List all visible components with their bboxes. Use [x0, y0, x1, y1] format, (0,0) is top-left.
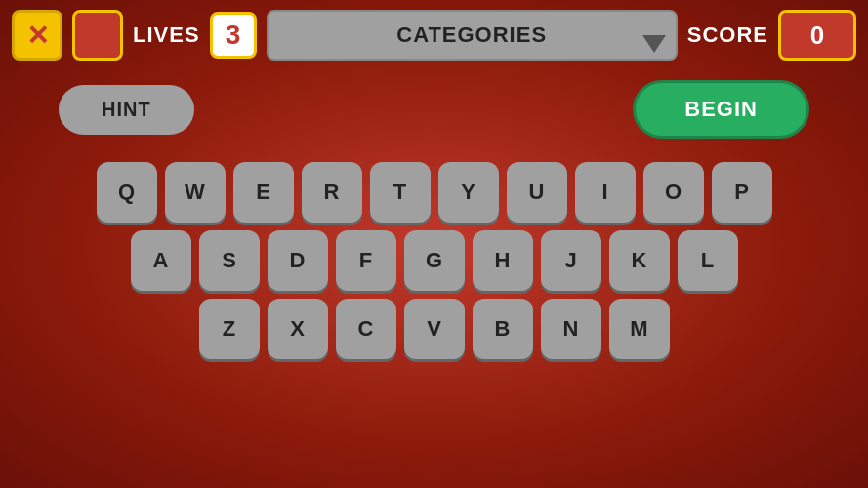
key-s[interactable]: S [199, 230, 260, 291]
key-r[interactable]: R [302, 162, 362, 223]
key-h[interactable]: H [473, 230, 533, 291]
key-j[interactable]: J [541, 230, 601, 291]
key-a[interactable]: A [131, 230, 191, 291]
red-placeholder-box [72, 10, 123, 61]
dropdown-triangle-icon [642, 35, 666, 53]
key-y[interactable]: Y [438, 162, 499, 223]
top-bar: ✕ LIVES 3 CATEGORIES SCORE 0 [0, 0, 868, 70]
score-label: SCORE [687, 22, 768, 48]
key-t[interactable]: T [370, 162, 431, 223]
key-n[interactable]: N [541, 299, 601, 359]
score-value: 0 [778, 10, 856, 61]
lives-label: LIVES [133, 22, 200, 48]
key-u[interactable]: U [507, 162, 567, 223]
key-e[interactable]: E [233, 162, 294, 223]
key-z[interactable]: Z [199, 299, 260, 359]
key-k[interactable]: K [609, 230, 670, 291]
key-o[interactable]: O [643, 162, 704, 223]
keyboard-row-2: ASDFGHJKL [131, 230, 738, 291]
categories-button[interactable]: CATEGORIES [267, 10, 678, 61]
lives-value: 3 [210, 12, 257, 59]
main-content: HINT BEGIN QWERTYUIOP ASDFGHJKL ZXCVBNM [0, 70, 868, 488]
key-v[interactable]: V [404, 299, 465, 359]
hint-button[interactable]: HINT [59, 85, 194, 135]
key-g[interactable]: G [404, 230, 465, 291]
key-p[interactable]: P [712, 162, 772, 223]
key-f[interactable]: F [336, 230, 396, 291]
keyboard: QWERTYUIOP ASDFGHJKL ZXCVBNM [49, 162, 819, 359]
key-m[interactable]: M [609, 299, 670, 359]
keyboard-row-1: QWERTYUIOP [97, 162, 772, 223]
key-c[interactable]: C [336, 299, 396, 359]
keyboard-row-3: ZXCVBNM [199, 299, 670, 359]
key-x[interactable]: X [268, 299, 328, 359]
key-b[interactable]: B [473, 299, 533, 359]
key-q[interactable]: Q [97, 162, 157, 223]
key-d[interactable]: D [268, 230, 328, 291]
key-w[interactable]: W [165, 162, 226, 223]
key-i[interactable]: I [575, 162, 636, 223]
action-row: HINT BEGIN [49, 80, 819, 139]
key-l[interactable]: L [678, 230, 738, 291]
begin-button[interactable]: BEGIN [633, 80, 809, 139]
close-button[interactable]: ✕ [12, 10, 62, 61]
